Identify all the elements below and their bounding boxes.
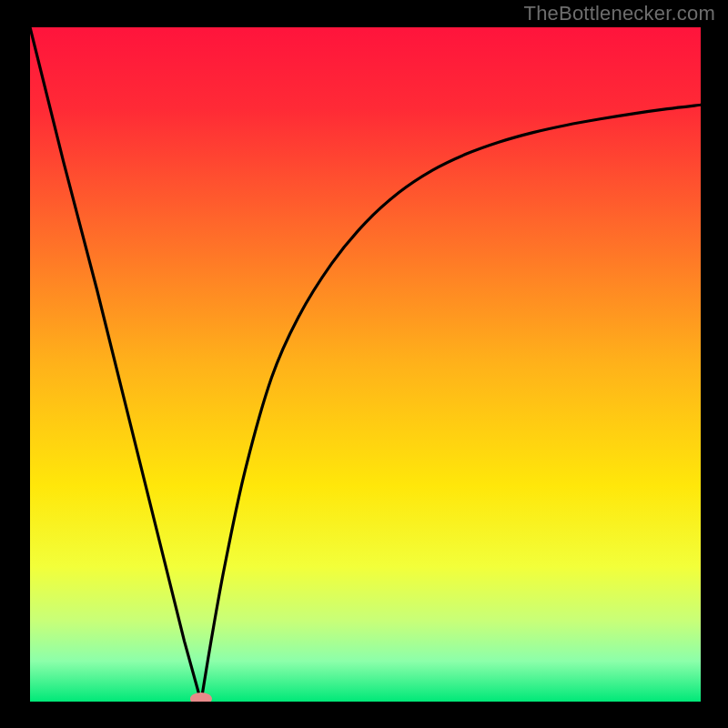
minimum-marker <box>190 693 212 705</box>
chart-frame: TheBottlenecker.com <box>0 0 728 728</box>
bottleneck-chart <box>0 0 728 728</box>
gradient-background <box>30 27 701 702</box>
